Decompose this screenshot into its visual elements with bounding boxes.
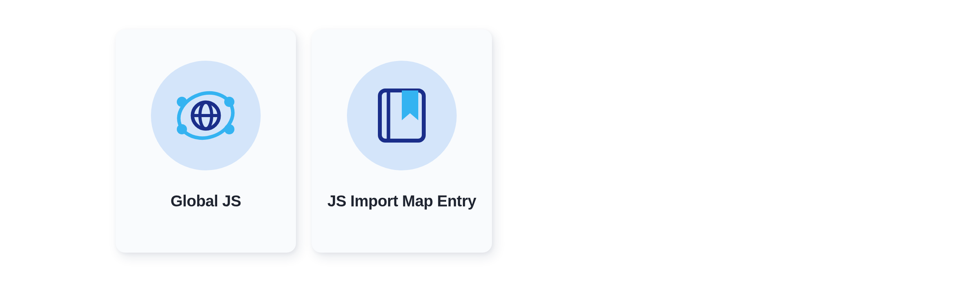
card-label: Global JS <box>171 192 241 210</box>
svg-point-1 <box>177 97 187 107</box>
icon-circle <box>347 61 457 170</box>
card-global-js: Global JS <box>116 29 296 253</box>
globe-network-icon <box>171 80 241 151</box>
book-bookmark-icon <box>370 84 433 147</box>
card-label: JS Import Map Entry <box>327 192 476 210</box>
svg-point-2 <box>224 97 234 107</box>
cards-container: Global JS JS Import Map Entry <box>116 29 492 253</box>
card-js-import-map-entry: JS Import Map Entry <box>312 29 492 253</box>
icon-circle <box>151 61 261 170</box>
svg-point-3 <box>177 124 187 134</box>
svg-point-4 <box>224 124 234 134</box>
